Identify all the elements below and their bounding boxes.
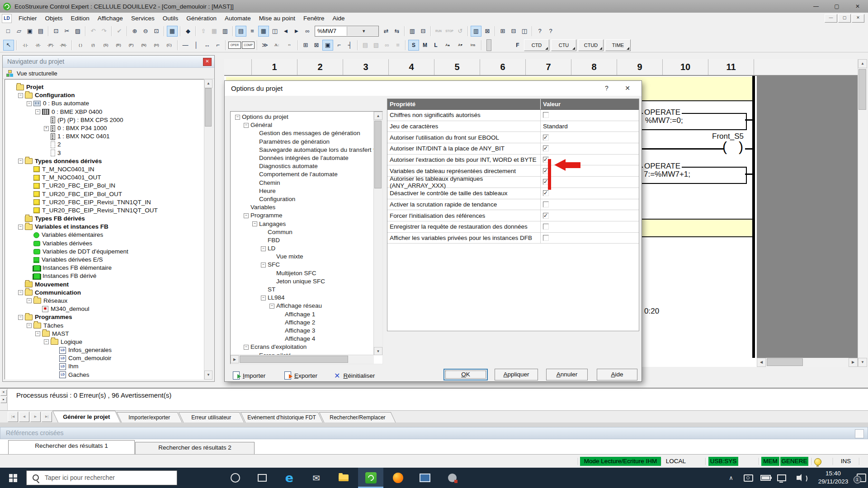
table-row[interactable]: Afficher les variables privées pour les … [387, 233, 639, 244]
validate-icon[interactable]: ✔ [114, 26, 124, 36]
tree-item-variables-de-ddt-d-equipement[interactable]: Variables de DDT d'équipement [5, 248, 212, 256]
zoom-page-icon[interactable]: ⊡ [151, 26, 161, 36]
tree-item-3[interactable]: 3 [5, 149, 212, 157]
font-bigger-icon[interactable]: A▴ [442, 40, 453, 50]
scroll-right-icon[interactable]: ▶ [849, 358, 858, 367]
plc-error-icon[interactable]: ⊠ [482, 26, 492, 36]
table-row[interactable]: Enregistrer la requête de restauration d… [387, 221, 639, 233]
checkbox-unchecked[interactable] [543, 235, 549, 241]
expander-minus-icon[interactable]: − [18, 93, 23, 98]
help-icon[interactable]: ? [535, 26, 545, 36]
expander-minus-icon[interactable]: − [18, 315, 23, 320]
menu-edition[interactable]: Edition [67, 13, 94, 24]
tree-item-instances-fb-derive[interactable]: Instances FB dérivé [5, 272, 212, 280]
context-help-icon[interactable]: ? [546, 26, 556, 36]
tree-item-variables-derivees[interactable]: Variables dérivées [5, 239, 212, 248]
tree-item-affichage-3[interactable]: Affichage 3 [231, 327, 374, 335]
editor-screen-icon[interactable]: ▦ [167, 26, 178, 37]
scrollbar-thumb[interactable] [374, 121, 382, 188]
settings-app-icon[interactable] [439, 468, 465, 488]
expander-minus-icon[interactable]: − [18, 159, 23, 164]
aide-button[interactable]: Aide [597, 369, 637, 380]
expander-minus-icon[interactable]: − [244, 345, 249, 350]
list-icon[interactable]: ≡ [393, 40, 403, 50]
import-data-icon[interactable]: ◆ [183, 26, 193, 36]
expander-minus-icon[interactable]: − [244, 123, 249, 128]
navigator-scrollbar[interactable]: ▲ ▼ [204, 79, 212, 380]
scroll-down-icon[interactable]: ▼ [204, 371, 212, 380]
expander-plus-icon[interactable]: + [44, 126, 49, 131]
expander-minus-icon[interactable]: − [261, 246, 266, 251]
checkbox-unchecked[interactable] [543, 112, 549, 118]
menu-affichage[interactable]: Affichage [94, 13, 127, 24]
tree-item-0-bme-xbp-0400[interactable]: −0 : BME XBP 0400 [5, 108, 212, 116]
output-pin-icon[interactable]: ▸ [0, 397, 7, 403]
coil-halt-icon[interactable]: (H) [151, 40, 162, 50]
tree-item-reseaux[interactable]: −Réseaux [5, 297, 212, 305]
tile-windows-icon[interactable]: ⊟ [509, 26, 519, 36]
ctu-button[interactable]: CTU [551, 39, 576, 51]
reinitialiser-button[interactable]: ✕Réinitialiser [334, 370, 375, 381]
mail-icon[interactable]: ✉ [304, 468, 329, 488]
zoom-out-icon[interactable]: ⊖ [141, 26, 151, 36]
ecostruxure-icon[interactable] [358, 468, 383, 488]
address-combo[interactable]: %MW7▼ [315, 26, 379, 37]
label-icon[interactable]: JL: [271, 40, 283, 50]
cross-references-close-icon[interactable] [855, 429, 864, 438]
tree-item-variables-et-instances-fb[interactable]: −Variables et instances FB [5, 223, 212, 231]
tab-prev-icon[interactable]: ◀ [19, 412, 29, 422]
tree-item-programmes[interactable]: −Programmes [5, 313, 212, 321]
search-prev-icon[interactable]: ◄ [281, 26, 291, 36]
ffb-input-icon[interactable]: ⊞ [301, 40, 311, 50]
tree-item-types-fb-derives[interactable]: Types FB dérivés [5, 215, 212, 223]
tree-item-p-p-bmx-cps-2000[interactable]: (P) (P) : BMX CPS 2000 [5, 116, 212, 124]
size-l-icon[interactable]: L [431, 40, 441, 50]
tab-rechercher-des-resultats-2[interactable]: Rechercher des résultats 2 [135, 442, 255, 454]
expander-minus-icon[interactable]: − [269, 304, 274, 309]
tab-importer-exporter[interactable]: Importer/exporter [117, 412, 183, 422]
output-close-icon[interactable]: ✕ [0, 389, 7, 396]
copy-icon[interactable]: ⊡ [51, 26, 61, 36]
table-row[interactable]: Autoriser l'utilisation du front sur EBO… [387, 132, 639, 143]
checkbox-checked[interactable] [543, 213, 549, 219]
tree-item-options-du-projet[interactable]: −Options du projet [231, 113, 374, 121]
tree-item-sfc[interactable]: −SFC [231, 261, 374, 269]
tree-item-diagnostics-automate[interactable]: Diagnostics automate [231, 162, 374, 170]
file-explorer-icon[interactable] [331, 468, 356, 488]
options-tree-hscrollbar[interactable]: ◀ ▶ [231, 355, 374, 364]
tree-item-affichage-reseau[interactable]: −Affichage réseau [231, 302, 374, 310]
tree-item-chemin[interactable]: Chemin [231, 179, 374, 187]
tree-item-instances-fb-elementaire[interactable]: Instances FB élémentaire [5, 264, 212, 272]
tree-item-1-bmx-noc-0401[interactable]: 1 : BMX NOC 0401 [5, 132, 212, 141]
ffb-wizard-icon[interactable]: ⊠ [311, 40, 321, 50]
expander-minus-icon[interactable]: − [44, 339, 49, 344]
scroll-up-icon[interactable]: ▲ [374, 112, 382, 120]
checkbox-checked[interactable] [543, 145, 549, 151]
tree-item-affichage-4[interactable]: Affichage 4 [231, 335, 374, 343]
menu-services[interactable]: Services [127, 13, 159, 24]
chevron-down-icon[interactable]: ▼ [347, 27, 379, 36]
upload-plc-icon[interactable]: ⇆ [392, 26, 402, 36]
coil-reset-icon[interactable]: (R) [113, 40, 124, 50]
project-browser-icon[interactable]: ▤ [236, 26, 246, 37]
tree-item-ihm[interactable]: LDIhm [5, 362, 212, 371]
tree-item-logique[interactable]: −Logique [5, 338, 212, 346]
tree-item-communication[interactable]: −Communication [5, 289, 212, 297]
rack-icon[interactable]: ▥ [471, 26, 481, 37]
compare-block-icon[interactable]: COMP [242, 42, 255, 49]
tree-item-st[interactable]: ST [231, 286, 374, 294]
cortana-icon[interactable] [222, 468, 248, 488]
tree-item-projet[interactable]: Projet [5, 83, 212, 91]
contact-p-icon[interactable]: -|P|- [45, 40, 57, 50]
menu-aide[interactable]: Aide [329, 13, 349, 24]
crossing-icon[interactable]: ┤ [345, 40, 355, 50]
tree-item-mouvement[interactable]: Mouvement [5, 281, 212, 289]
scroll-right-icon[interactable]: ▶ [231, 355, 239, 363]
tree-item-2[interactable]: 2 [5, 141, 212, 149]
tab-generer-le-projet[interactable]: Générer le projet [52, 411, 121, 422]
inspect-icon[interactable]: ∞ [382, 40, 392, 50]
print-icon[interactable]: ▤ [36, 26, 46, 36]
edge-icon[interactable]: e [277, 468, 302, 488]
navigator-close-icon[interactable]: ✕ [203, 58, 212, 66]
expander-minus-icon[interactable]: − [261, 296, 266, 300]
